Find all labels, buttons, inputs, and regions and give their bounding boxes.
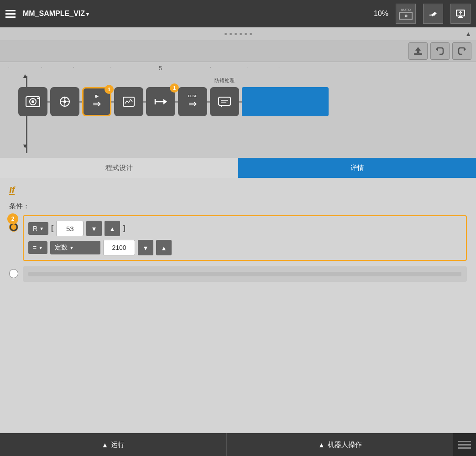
if-title: If [9, 185, 467, 196]
hamburger-icon[interactable] [5, 10, 16, 18]
svg-marker-1 [431, 12, 437, 16]
type-select-button[interactable]: 定数 ▼ [50, 241, 100, 254]
svg-rect-6 [414, 53, 422, 55]
dot-5 [245, 33, 247, 35]
operator-dropdown-arrow: ▼ [38, 245, 43, 250]
value-input[interactable] [103, 240, 135, 255]
condition-label: 条件： [9, 202, 467, 211]
header: MM_SAMPLE_VIZ▼ 10% AUTO ⚙ [0, 0, 476, 27]
run-icon: ▲ [102, 441, 109, 449]
run-button[interactable]: ▲ 运行 [0, 433, 227, 456]
app-title: MM_SAMPLE_VIZ▼ [23, 10, 90, 18]
corner-line-2 [458, 444, 471, 446]
auto-mode-button[interactable]: AUTO ⚙ [396, 4, 416, 24]
dot-1 [225, 33, 227, 35]
empty-condition-placeholder [28, 272, 461, 276]
bottom-bar: ▲ 运行 ▲ 机器人操作 [0, 433, 476, 456]
ruler: · · · · 5 · · · [0, 65, 476, 74]
svg-line-23 [129, 99, 131, 103]
corner-line-1 [458, 441, 471, 442]
svg-rect-13 [30, 96, 32, 97]
if-title-text: If [9, 185, 15, 195]
condition-box-inactive [23, 266, 467, 282]
title-text: MM_SAMPLE_VIZ [23, 10, 85, 17]
flow-node-camera[interactable] [18, 87, 47, 116]
timeline-top-marker: ▲ [22, 72, 28, 79]
flow-node-message[interactable]: 防错处理 [210, 87, 239, 116]
condition-row-active: 2 R ▼ [ ▾ ▴ ] [9, 215, 467, 261]
svg-rect-28 [219, 97, 230, 105]
svg-marker-26 [163, 99, 167, 104]
condition-box-active: R ▼ [ ▾ ▴ ] = ▼ 定数 [23, 215, 467, 261]
svg-point-12 [31, 100, 34, 103]
flow-node-if[interactable]: 1 IF ⇒ [82, 87, 111, 116]
condition-badge-2: 2 [7, 213, 18, 224]
dots-expand-arrow[interactable]: ▲ [465, 30, 471, 37]
tab-details[interactable]: 详情 [238, 158, 476, 178]
register-select-button[interactable]: R ▼ [28, 222, 48, 235]
redo-button[interactable] [452, 42, 471, 60]
bracket-close: ] [123, 224, 125, 233]
value-down-button[interactable]: ▾ [138, 240, 153, 255]
corner-line-3 [458, 447, 471, 449]
flow-node-arrow[interactable]: 1 [146, 87, 175, 116]
condition-subrow-2: = ▼ 定数 ▼ ▾ ▴ [28, 240, 461, 255]
undo-button[interactable] [430, 42, 450, 60]
svg-line-24 [131, 99, 132, 102]
condition-radio-2[interactable] [9, 269, 18, 278]
svg-line-21 [125, 101, 127, 104]
arrow-node-badge: 1 [170, 83, 179, 93]
type-label: 定数 [55, 244, 68, 252]
blue-extension-block [242, 87, 329, 116]
value-up-button[interactable]: ▴ [156, 240, 172, 255]
content-area: If 条件： 2 R ▼ [ ▾ ▴ [0, 178, 476, 433]
teach-button[interactable] [423, 4, 443, 24]
robot-operation-button[interactable]: ▲ 机器人操作 [227, 433, 453, 456]
svg-line-22 [127, 101, 129, 103]
dot-6 [250, 33, 252, 35]
condition-label-text: 条件： [9, 202, 30, 210]
tab-bar: 程式设计 详情 [0, 158, 476, 178]
run-label: 运行 [111, 440, 125, 449]
upload-button[interactable] [408, 42, 428, 60]
robot-label: 机器人操作 [328, 440, 362, 449]
condition-subrow-1: R ▼ [ ▾ ▴ ] [28, 221, 461, 236]
flow-node-else[interactable]: ELSE ⇒ [178, 87, 207, 116]
dot-3 [235, 33, 237, 35]
ruler-label-5: 5 [159, 65, 162, 72]
dot-4 [240, 33, 242, 35]
flow-nodes-container: 1 IF ⇒ 1 [9, 87, 329, 116]
robot-icon: ▲ [318, 441, 325, 449]
flow-node-shape[interactable] [114, 87, 143, 116]
svg-rect-14 [37, 98, 39, 99]
tab2-label: 详情 [350, 164, 364, 172]
svg-rect-20 [123, 97, 134, 106]
register-dropdown-arrow: ▼ [39, 226, 44, 231]
dot-2 [230, 33, 232, 35]
operator-select-button[interactable]: = ▼ [28, 241, 47, 254]
condition-row-inactive [9, 266, 467, 282]
flow-node-move[interactable] [50, 87, 79, 116]
if-node-badge: 1 [105, 85, 114, 94]
svg-point-18 [63, 100, 66, 103]
monitor-button[interactable] [450, 4, 471, 24]
condition-rows: 2 R ▼ [ ▾ ▴ ] [9, 215, 467, 282]
dots-bar: ▲ [0, 27, 476, 40]
tab-program-design[interactable]: 程式设计 [0, 158, 238, 178]
type-dropdown-arrow: ▼ [69, 245, 74, 250]
index-input[interactable] [56, 221, 84, 236]
corner-menu-button[interactable] [453, 433, 476, 456]
flow-node-message-label: 防错处理 [214, 77, 235, 84]
header-left: MM_SAMPLE_VIZ▼ [5, 10, 90, 18]
header-right: 10% AUTO ⚙ [374, 4, 471, 24]
tab1-label: 程式设计 [105, 164, 133, 172]
flow-area: · · · · 5 · · · ▲ ▼ [0, 62, 476, 158]
index-down-button[interactable]: ▾ [86, 221, 102, 236]
bracket-open: [ [51, 224, 53, 233]
svg-marker-7 [415, 47, 421, 53]
percent-display: 10% [374, 10, 388, 18]
toolbar [0, 40, 476, 62]
timeline-bottom-marker: ▼ [22, 142, 28, 150]
operator-label: = [33, 244, 37, 251]
index-up-button[interactable]: ▴ [105, 221, 120, 236]
